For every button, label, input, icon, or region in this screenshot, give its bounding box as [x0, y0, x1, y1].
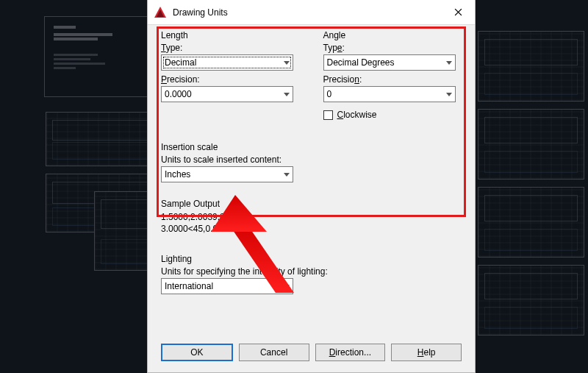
angle-precision-value: 0	[324, 87, 442, 102]
checkbox-box	[323, 110, 333, 120]
length-type-label: Type:	[161, 43, 182, 54]
insertion-label: Units to scale inserted content:	[161, 154, 282, 166]
insertion-heading: Insertion scale	[161, 141, 462, 154]
angle-group: Angle Type: Decimal Degrees Precision: 0	[323, 29, 467, 120]
dialog-button-row: OK Cancel Direction... Help	[161, 344, 462, 361]
bg-sheet	[478, 109, 584, 180]
length-type-value: Decimal	[162, 55, 280, 70]
sample-line-2: 3.0000<45,0.0000	[161, 223, 462, 235]
bg-sheet	[478, 31, 584, 102]
length-precision-combo[interactable]: 0.0000	[161, 86, 293, 102]
close-button[interactable]	[441, 0, 475, 25]
lighting-units-combo[interactable]: International	[161, 278, 293, 294]
chevron-down-icon	[280, 279, 293, 294]
chevron-down-icon	[280, 87, 293, 102]
chevron-down-icon	[280, 167, 293, 182]
insertion-units-value: Inches	[162, 167, 280, 182]
direction-button[interactable]: Direction...	[315, 344, 386, 361]
angle-precision-combo[interactable]: 0	[323, 86, 456, 102]
sample-output-group: Sample Output 1.5000,2.0039,0.0000 3.000…	[157, 193, 466, 235]
bg-sheet	[478, 265, 584, 335]
help-button[interactable]: Help	[391, 344, 462, 361]
bg-titleblock	[44, 16, 162, 97]
bg-sheet	[46, 112, 159, 166]
chevron-down-icon	[442, 87, 455, 102]
bg-sheet	[46, 174, 159, 232]
lighting-label: Units for specifying the intensity of li…	[161, 266, 328, 278]
bg-sheet	[478, 187, 584, 257]
length-precision-value: 0.0000	[162, 87, 280, 102]
ok-button[interactable]: OK	[161, 344, 233, 361]
titlebar: Drawing Units	[148, 0, 475, 25]
clockwise-label: Clockwise	[337, 110, 377, 120]
insertion-scale-group: Insertion scale Units to scale inserted …	[157, 136, 466, 182]
angle-heading: Angle	[323, 29, 467, 43]
cancel-button[interactable]: Cancel	[239, 344, 309, 361]
dialog-title: Drawing Units	[173, 7, 228, 18]
length-group: Length Type: Decimal Precision: 0.0000	[161, 29, 304, 120]
length-precision-label: Precision:	[161, 74, 200, 86]
angle-type-combo[interactable]: Decimal Degrees	[323, 54, 456, 71]
angle-type-label: Type:	[323, 43, 345, 54]
angle-precision-label: Precision:	[323, 74, 362, 86]
lighting-group: Lighting Units for specifying the intens…	[157, 248, 466, 294]
sample-heading: Sample Output	[161, 197, 462, 211]
autocad-app-icon	[154, 6, 167, 19]
length-type-combo[interactable]: Decimal	[161, 54, 293, 71]
drawing-units-dialog: Drawing Units Length Type: Decimal Preci…	[147, 0, 476, 373]
chevron-down-icon	[280, 55, 293, 70]
angle-type-value: Decimal Degrees	[324, 55, 442, 70]
lighting-units-value: International	[162, 279, 280, 294]
sample-line-1: 1.5000,2.0039,0.0000	[161, 211, 462, 223]
clockwise-checkbox[interactable]: Clockwise	[323, 110, 467, 120]
chevron-down-icon	[442, 55, 455, 70]
length-heading: Length	[161, 29, 304, 43]
lighting-heading: Lighting	[161, 252, 462, 266]
insertion-units-combo[interactable]: Inches	[161, 166, 293, 182]
